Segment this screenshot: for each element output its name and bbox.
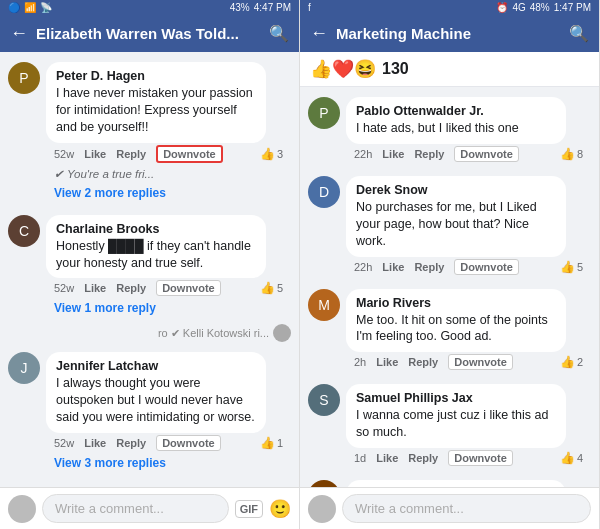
num-samuel: 4 [577, 452, 583, 464]
bubble-samuel: Samuel Phillips Jax I wanna come just cu… [346, 384, 566, 448]
time-mario: 2h [354, 356, 366, 368]
comment-text-charlaine: Honestly ████ if they can't handle your … [56, 238, 256, 272]
comment-row-2: C Charlaine Brooks Honestly ████ if they… [8, 215, 291, 279]
reply-button-charlaine[interactable]: Reply [116, 282, 146, 294]
downvote-samuel[interactable]: Downvote [448, 450, 513, 466]
comment-block-1: P Peter D. Hagen I have never mistaken y… [0, 58, 299, 207]
right-back-button[interactable]: ← [310, 23, 328, 44]
left-user-avatar [8, 495, 36, 523]
emoji-button[interactable]: 🙂 [269, 498, 291, 520]
right-status-icons: 43% 4:47 PM [230, 2, 291, 13]
actions-pablo: 22h Like Reply Downvote 👍 8 [308, 144, 591, 164]
reply-pablo[interactable]: Reply [414, 148, 444, 160]
reply-mario[interactable]: Reply [408, 356, 438, 368]
search-icon[interactable]: 🔍 [269, 24, 289, 43]
downvote-pablo[interactable]: Downvote [454, 146, 519, 162]
text-mario: Me too. It hit on some of the points I'm… [356, 312, 556, 346]
left-comment-input[interactable]: Write a comment... [42, 494, 229, 523]
comment-row-mario: M Mario Rivers Me too. It hit on some of… [308, 289, 591, 353]
commenter-name-peter: Peter D. Hagen [56, 69, 256, 83]
back-button[interactable]: ← [10, 23, 28, 44]
bluetooth-icon: 🔵 [8, 2, 20, 13]
commenter-name-jennifer: Jennifer Latchaw [56, 359, 256, 373]
right-panel: f ⏰ 4G 48% 1:47 PM ← Marketing Machine 🔍… [300, 0, 600, 529]
downvote-mario[interactable]: Downvote [448, 354, 513, 370]
reaction-num-jennifer: 1 [277, 437, 283, 449]
time-derek: 22h [354, 261, 372, 273]
aside-text-kelli: ro ✔ Kelli Kotowski ri... [158, 327, 269, 340]
left-input-bar: Write a comment... GIF 🙂 [0, 487, 299, 529]
small-avatar-kelli [273, 324, 291, 342]
bubble-jennifer-j: Jennifer Jackson Yea this ad copy is A-1… [346, 480, 566, 487]
like-icon-jennifer: 👍 [260, 436, 275, 450]
num-derek: 5 [577, 261, 583, 273]
actions-mario: 2h Like Reply Downvote 👍 2 [308, 352, 591, 372]
left-comments-area: P Peter D. Hagen I have never mistaken y… [0, 52, 299, 487]
like-button-jennifer[interactable]: Like [84, 437, 106, 449]
bubble-pablo: Pablo Ottenwalder Jr. I hate ads, but I … [346, 97, 566, 144]
signal-icon-right: 4G [512, 2, 525, 13]
avatar-jennifer: J [8, 352, 40, 384]
downvote-button-peter[interactable]: Downvote [156, 145, 223, 163]
downvote-button-charlaine[interactable]: Downvote [156, 280, 221, 296]
right-topbar: ← Marketing Machine 🔍 [300, 15, 599, 52]
view-replies-peter[interactable]: View 2 more replies [8, 183, 291, 203]
reply-button-peter[interactable]: Reply [116, 148, 146, 160]
like-icon-samuel: 👍 [560, 451, 575, 465]
count-mario: 👍 2 [560, 355, 583, 369]
comment-text-peter: I have never mistaken your passion for i… [56, 85, 256, 136]
reaction-emojis: 👍❤️😆 [310, 58, 376, 80]
reaction-num-peter: 3 [277, 148, 283, 160]
time-samuel: 1d [354, 452, 366, 464]
like-mario[interactable]: Like [376, 356, 398, 368]
comment-row-1: P Peter D. Hagen I have never mistaken y… [8, 62, 291, 143]
view-replies-jennifer[interactable]: View 3 more replies [8, 453, 291, 473]
alarm-icon: ⏰ [496, 2, 508, 13]
like-button-charlaine[interactable]: Like [84, 282, 106, 294]
comment-block-samuel: S Samuel Phillips Jax I wanna come just … [300, 380, 599, 472]
bubble-charlaine: Charlaine Brooks Honestly ████ if they c… [46, 215, 266, 279]
reply-derek[interactable]: Reply [414, 261, 444, 273]
like-derek[interactable]: Like [382, 261, 404, 273]
avatar-derek: D [308, 176, 340, 208]
bubble-derek: Derek Snow No purchases for me, but I Li… [346, 176, 566, 257]
downvote-derek[interactable]: Downvote [454, 259, 519, 275]
comment-block-derek: D Derek Snow No purchases for me, but I … [300, 172, 599, 281]
bubble-mario: Mario Rivers Me too. It hit on some of t… [346, 289, 566, 353]
reply-samuel[interactable]: Reply [408, 452, 438, 464]
gif-button[interactable]: GIF [235, 500, 263, 518]
left-panel: 🔵 📶 📡 43% 4:47 PM ← Elizabeth Warren Was… [0, 0, 300, 529]
battery-right: 48% [530, 2, 550, 13]
reaction-count-jennifer: 👍 1 [260, 436, 283, 450]
text-samuel: I wanna come just cuz i like this ad so … [356, 407, 556, 441]
right-search-icon[interactable]: 🔍 [569, 24, 589, 43]
comment-row-samuel: S Samuel Phillips Jax I wanna come just … [308, 384, 591, 448]
time-right: 1:47 PM [554, 2, 591, 13]
like-button-peter[interactable]: Like [84, 148, 106, 160]
num-mario: 2 [577, 356, 583, 368]
count-derek: 👍 5 [560, 260, 583, 274]
name-samuel: Samuel Phillips Jax [356, 391, 556, 405]
view-replies-charlaine[interactable]: View 1 more reply [8, 298, 291, 318]
downvote-button-jennifer[interactable]: Downvote [156, 435, 221, 451]
right-page-title: Marketing Machine [336, 25, 561, 42]
avatar-mario: M [308, 289, 340, 321]
right-comment-input[interactable]: Write a comment... [342, 494, 591, 523]
avatar-samuel: S [308, 384, 340, 416]
comment-block-3: J Jennifer Latchaw I always thought you … [0, 348, 299, 477]
time-pablo: 22h [354, 148, 372, 160]
like-samuel[interactable]: Like [376, 452, 398, 464]
comment-time-peter: 52w [54, 148, 74, 160]
like-pablo[interactable]: Like [382, 148, 404, 160]
action-row-peter: 52w Like Reply Downvote 👍 3 [8, 143, 291, 165]
battery-level: 43% [230, 2, 250, 13]
reply-button-jennifer[interactable]: Reply [116, 437, 146, 449]
right-comments-area: P Pablo Ottenwalder Jr. I hate ads, but … [300, 87, 599, 487]
avatar-pablo: P [308, 97, 340, 129]
like-icon-charlaine: 👍 [260, 281, 275, 295]
num-pablo: 8 [577, 148, 583, 160]
text-pablo: I hate ads, but I liked this one [356, 120, 556, 137]
wifi-icon: 📡 [40, 2, 52, 13]
action-row-charlaine: 52w Like Reply Downvote 👍 5 [8, 278, 291, 298]
reaction-bar: 👍❤️😆 130 [300, 52, 599, 87]
